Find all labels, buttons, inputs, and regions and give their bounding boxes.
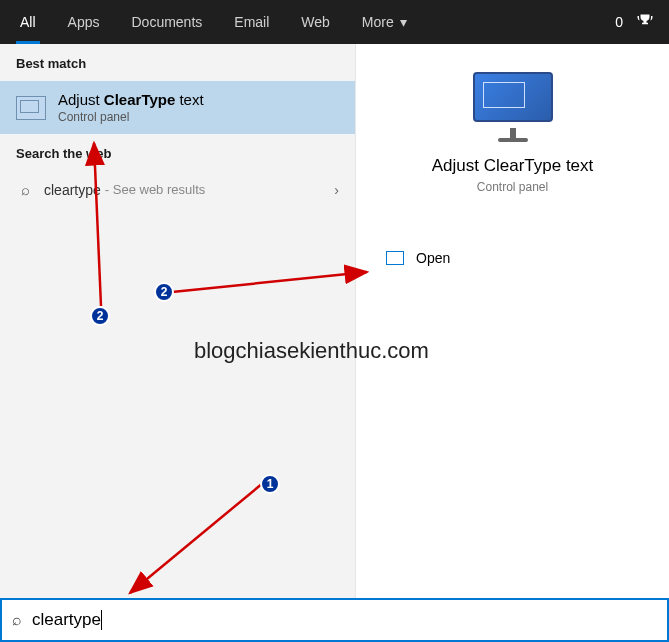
- content: Best match Adjust ClearType text Control…: [0, 44, 669, 598]
- web-suffix: - See web results: [105, 182, 205, 197]
- text-caret: [101, 610, 102, 630]
- open-label: Open: [416, 250, 450, 266]
- tab-label: All: [20, 14, 36, 30]
- rewards-count: 0: [615, 14, 623, 30]
- tab-label: Email: [234, 14, 269, 30]
- search-web-header: Search the web: [0, 134, 355, 171]
- open-action[interactable]: Open: [356, 250, 669, 266]
- web-result[interactable]: ⌕ cleartype - See web results ›: [0, 171, 355, 208]
- preview-subtitle: Control panel: [477, 180, 548, 194]
- search-icon: ⌕: [12, 611, 22, 629]
- best-match-header: Best match: [0, 44, 355, 81]
- tab-all[interactable]: All: [4, 0, 52, 44]
- monitor-icon: [16, 96, 46, 120]
- tab-label: Web: [301, 14, 330, 30]
- preview-pane: Adjust ClearType text Control panel Open: [356, 44, 669, 598]
- monitor-icon: [473, 72, 553, 142]
- best-match-result[interactable]: Adjust ClearType text Control panel: [0, 81, 355, 134]
- result-title: Adjust ClearType text: [58, 91, 204, 108]
- results-pane: Best match Adjust ClearType text Control…: [0, 44, 356, 598]
- trophy-icon[interactable]: [633, 10, 657, 34]
- chevron-right-icon: ›: [334, 182, 339, 198]
- tab-email[interactable]: Email: [218, 0, 285, 44]
- preview-title: Adjust ClearType text: [432, 156, 594, 176]
- tab-web[interactable]: Web: [285, 0, 346, 44]
- top-tabs: All Apps Documents Email Web More▾ 0: [0, 0, 669, 44]
- chevron-down-icon: ▾: [400, 14, 407, 30]
- tab-documents[interactable]: Documents: [115, 0, 218, 44]
- search-icon: ⌕: [16, 181, 34, 198]
- tab-label: More: [362, 14, 394, 30]
- topbar-right: 0: [615, 10, 665, 34]
- web-term: cleartype: [44, 182, 101, 198]
- tab-label: Documents: [131, 14, 202, 30]
- tab-label: Apps: [68, 14, 100, 30]
- tab-more[interactable]: More▾: [346, 0, 423, 44]
- search-input[interactable]: cleartype: [32, 610, 657, 631]
- search-bar[interactable]: ⌕ cleartype: [0, 598, 669, 642]
- tab-apps[interactable]: Apps: [52, 0, 116, 44]
- result-subtitle: Control panel: [58, 110, 204, 124]
- open-icon: [386, 251, 404, 265]
- preview: Adjust ClearType text Control panel Open: [356, 44, 669, 266]
- result-text: Adjust ClearType text Control panel: [58, 91, 204, 124]
